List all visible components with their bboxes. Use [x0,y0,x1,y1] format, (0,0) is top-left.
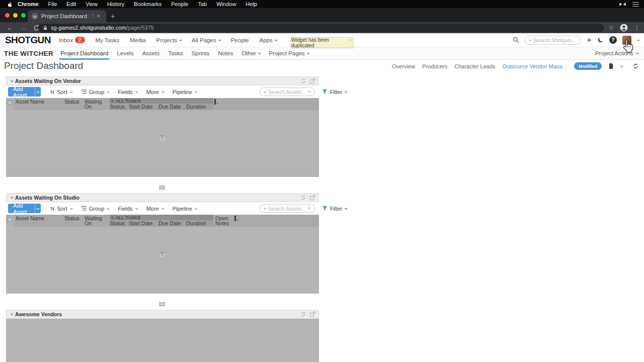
column-asset-name[interactable]: Asset Name [16,99,44,104]
global-search-box[interactable] [525,36,581,45]
menubar-item-chrome[interactable]: Chrome [18,1,39,7]
nav-my-tasks[interactable]: My Tasks [96,37,120,43]
filter-menu[interactable]: Filter [322,206,347,212]
tab-close-icon[interactable]: × [97,13,100,20]
page-menu-chevron-icon[interactable] [620,64,623,67]
column-asset-name[interactable]: Asset Name [16,216,44,221]
tab-levels[interactable]: Levels [117,47,133,60]
column-waiting-on[interactable]: Waiting On [85,216,106,226]
collapse-chevron-icon[interactable] [11,79,14,82]
tab-sprints[interactable]: Sprints [192,47,210,60]
column-open-notes[interactable]: Open Notes [215,216,232,226]
all-tasks-group-header[interactable]: « ALL TASKS [110,215,213,220]
more-menu[interactable]: More [146,89,164,95]
add-asset-dropdown[interactable] [35,87,41,97]
pipeline-menu[interactable]: Pipeline [173,89,197,95]
widget-popout-icon[interactable] [309,78,315,84]
menubar-item-people[interactable]: People [171,1,188,7]
widget-refresh-icon[interactable] [300,195,306,201]
menubar-item-edit[interactable]: Edit [66,1,76,7]
tab-assets[interactable]: Assets [142,47,160,60]
browser-profile-icon[interactable] [620,24,628,32]
nav-people[interactable]: People [231,37,249,43]
column-status[interactable]: Status [64,99,79,104]
page-link-overview[interactable]: Overview [392,63,415,69]
column-waiting-on[interactable]: Waiting On [85,99,106,109]
group-menu[interactable]: Group [81,206,109,212]
collapse-chevron-icon[interactable] [11,312,14,315]
collapse-chevron-icon[interactable] [11,196,14,199]
add-column-icon[interactable]: + [214,99,219,105]
shotgun-logo[interactable]: SHOTGUN [5,35,51,46]
menubar-item-window[interactable]: Window [216,1,236,7]
browser-tab[interactable]: sg Project Dashboard : The Witch × [28,10,106,22]
close-window-button[interactable] [5,13,10,18]
tab-project-pages[interactable]: Project Pages [269,47,309,60]
column-start-date[interactable]: Start Date [129,104,158,110]
favorite-star-icon[interactable]: ☆ [57,62,63,70]
tab-tasks[interactable]: Tasks [168,47,183,60]
widget-popout-icon[interactable] [309,195,315,201]
select-all-checkbox[interactable] [8,101,12,105]
page-document-icon[interactable] [609,63,613,69]
menubar-item-tab[interactable]: Tab [198,1,207,7]
more-menu[interactable]: More [146,206,164,212]
menubar-item-bookmarks[interactable]: Bookmarks [134,1,162,7]
sort-menu[interactable]: Sort [50,206,72,212]
nav-inbox[interactable]: Inbox 2 [59,37,85,43]
menubar-item-view[interactable]: View [86,1,98,7]
account-chevron-icon[interactable] [637,38,640,41]
new-tab-button[interactable]: + [111,12,115,20]
sort-menu[interactable]: Sort [50,89,72,95]
browser-menu-icon[interactable]: ⋮ [634,24,640,31]
column-due-date[interactable]: Due Date [158,104,186,110]
pipeline-menu[interactable]: Pipeline [173,206,197,212]
notification-center-icon[interactable] [632,2,639,7]
zoom-window-button[interactable] [21,13,26,18]
search-icon[interactable] [513,37,519,43]
tab-project-dashboard[interactable]: Project Dashboard [60,47,108,60]
clear-search-icon[interactable]: × [308,89,311,95]
project-name[interactable]: THE WITCHER [4,50,53,57]
search-assets-box[interactable]: × [260,204,315,213]
add-column-icon[interactable]: + [234,216,239,222]
column-duration[interactable]: Duration [186,104,213,110]
add-asset-button[interactable]: Add Asset [8,204,41,213]
column-task-status[interactable]: Status [110,220,129,227]
widget-refresh-icon[interactable] [300,311,306,317]
widget-header[interactable]: Awesome Vendors [6,310,319,319]
create-new-button[interactable]: + [587,35,592,45]
page-link-character-leads[interactable]: Character Leads [454,63,495,69]
fields-menu[interactable]: Fields [118,206,137,212]
page-link-producers[interactable]: Producers [422,63,447,69]
nav-projects[interactable]: Projects [156,37,182,43]
filter-menu[interactable]: Filter [322,89,347,95]
nav-media[interactable]: Media [130,37,145,43]
forward-button[interactable]: → [20,24,26,32]
page-refresh-icon[interactable] [632,63,639,69]
nav-all-pages[interactable]: All Pages [192,37,220,43]
minimize-window-button[interactable] [13,13,18,18]
tab-notes[interactable]: Notes [218,47,233,60]
column-duration[interactable]: Duration [186,220,213,227]
nav-apps[interactable]: Apps [260,37,277,43]
group-menu[interactable]: Group [81,89,109,95]
collapse-columns-icon[interactable]: « [111,99,114,104]
help-button[interactable]: ? [609,36,617,44]
widget-refresh-icon[interactable] [300,78,306,84]
select-all-checkbox[interactable] [8,217,12,222]
search-assets-input[interactable] [268,206,305,212]
night-mode-icon[interactable] [597,37,604,43]
column-task-status[interactable]: Status [110,104,129,110]
address-bar[interactable]: sg-games2.shotgunstudio.com /page/5375 [38,24,604,32]
widget-popout-icon[interactable] [309,311,315,317]
column-status[interactable]: Status [64,216,79,221]
widget-resize-grip[interactable] [159,302,165,307]
apple-icon[interactable] [7,1,13,8]
widget-header[interactable]: Assets Waiting On Vendor [6,76,319,85]
menubar-item-file[interactable]: File [48,1,57,7]
bookmark-star-icon[interactable]: ☆ [608,24,614,31]
menubar-extras-icon[interactable] [619,2,626,7]
search-assets-input[interactable] [268,89,305,95]
fields-menu[interactable]: Fields [118,89,137,95]
